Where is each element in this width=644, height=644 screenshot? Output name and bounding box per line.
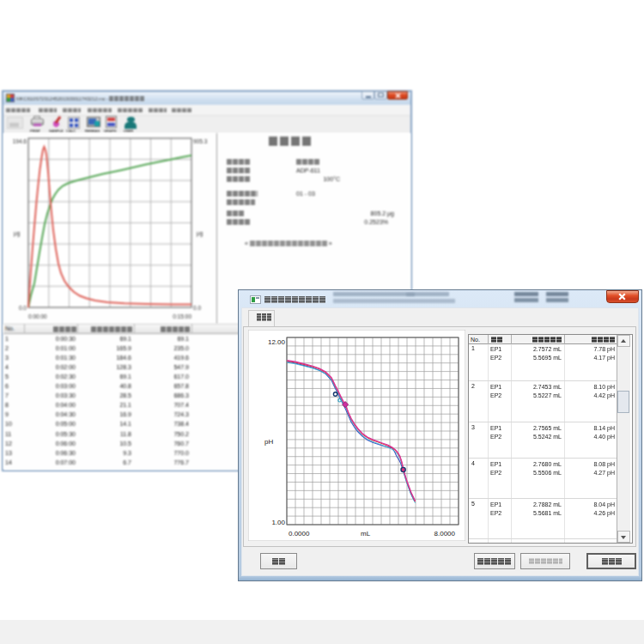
svg-text:8.0000: 8.0000 [434,530,456,538]
svg-text:0.0000: 0.0000 [289,530,310,538]
svg-text:1.00: 1.00 [271,519,285,526]
svg-text:mL: mL [361,530,371,538]
svg-text:12.00: 12.00 [268,338,286,346]
svg-text:pH: pH [264,438,273,446]
